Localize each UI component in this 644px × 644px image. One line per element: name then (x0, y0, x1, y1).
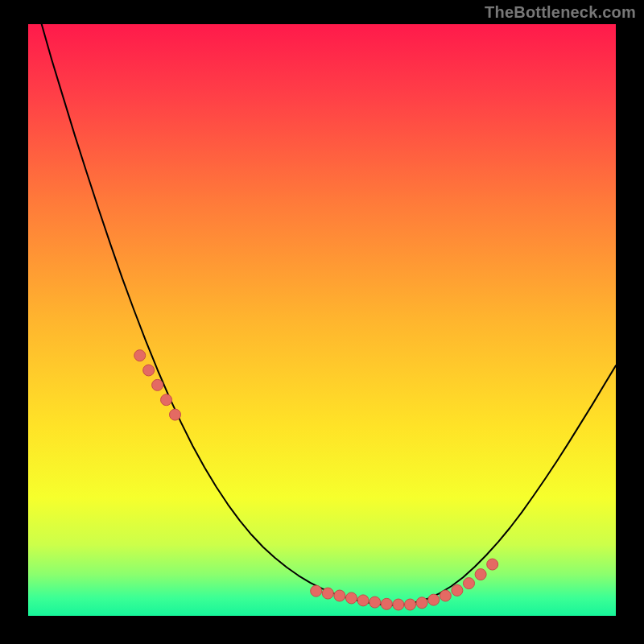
data-marker (440, 590, 451, 601)
data-marker (346, 592, 357, 604)
data-marker (393, 599, 404, 610)
data-marker (487, 559, 498, 570)
data-marker (475, 569, 486, 580)
data-marker (311, 585, 322, 597)
data-marker (161, 394, 172, 406)
data-marker (322, 588, 333, 599)
bottleneck-chart (28, 24, 616, 616)
data-marker (357, 595, 369, 606)
data-marker (369, 597, 381, 608)
data-marker (405, 599, 416, 610)
data-marker (134, 350, 146, 361)
data-marker (464, 578, 475, 589)
data-marker (428, 594, 440, 605)
data-marker (452, 584, 463, 596)
data-marker (381, 598, 392, 609)
data-marker (143, 365, 155, 376)
data-marker (170, 409, 181, 420)
svg-rect-0 (28, 24, 616, 616)
data-marker (152, 379, 163, 390)
attribution-text: TheBottleneck.com (485, 3, 636, 22)
data-marker (334, 590, 345, 601)
data-marker (416, 597, 427, 609)
